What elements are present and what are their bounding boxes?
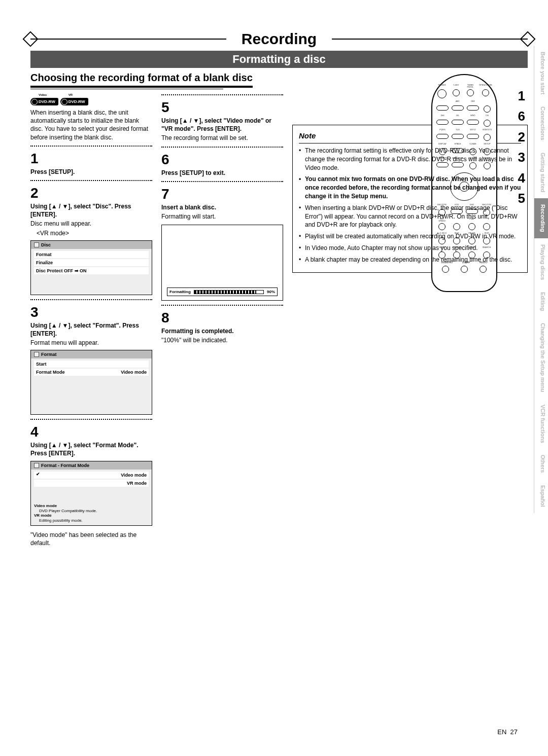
num-4-button[interactable] (436, 120, 449, 125)
lbl-open: OPEN/CLOSE (479, 84, 492, 87)
osd-row-format-mode: Format ModeVideo mode (34, 369, 149, 376)
num-8-button[interactable] (452, 134, 464, 139)
num-7-button[interactable] (436, 134, 449, 139)
note-item-2: You cannot mix two formats on one DVD-RW… (299, 175, 521, 200)
badge-sub-1: Video (39, 93, 47, 96)
step-3-body: Format menu will appear. (30, 339, 152, 347)
tab-vcr-functions[interactable]: VCR functions (534, 399, 548, 449)
step-8-num: 8 (161, 310, 283, 326)
step-2-num: 2 (30, 185, 152, 201)
chapter-title: Recording (226, 30, 332, 48)
num-2-button[interactable] (452, 105, 464, 111)
step-2-body: Disc menu will appear. (30, 220, 152, 228)
step-8-body: "100%" will be indicated. (161, 336, 283, 344)
column-2: 5 Using [▲ / ▼], select "Video mode" or … (161, 94, 283, 547)
tset-button[interactable] (453, 89, 460, 96)
ch-up-button[interactable] (484, 120, 491, 127)
step-2-sub: <VR mode> (30, 229, 152, 237)
section-title: Choosing the recording format of a blank… (30, 72, 253, 84)
badge-dvdrw-video: DVD-RW (30, 98, 58, 105)
num-1-button[interactable] (436, 105, 449, 111)
step-4-head: Using [▲ / ▼], select "Format Mode". Pre… (30, 441, 152, 457)
tab-others[interactable]: Others (534, 449, 548, 479)
step-7-num: 7 (161, 186, 283, 202)
step-3-head: Using [▲ / ▼], select "Format". Press [E… (30, 321, 152, 338)
osd-row-finalize: Finalize (34, 259, 149, 266)
open-button[interactable] (482, 89, 489, 96)
badge-dvdrw-vr: DVD-RW (60, 98, 88, 105)
dubbing-button[interactable] (442, 266, 449, 273)
osd-row-video-mode: Video mode (34, 472, 149, 479)
step-5-num: 5 (161, 99, 283, 116)
step-8-head: Formatting is completed. (161, 327, 283, 335)
tab-connections[interactable]: Connections (534, 100, 548, 147)
power-button[interactable] (437, 89, 447, 98)
audio-button[interactable] (480, 266, 487, 273)
tab-getting-started[interactable]: Getting started (534, 147, 548, 198)
badge-sub-2: VR (68, 93, 73, 96)
num-3-button[interactable] (467, 105, 479, 111)
column-1: Video DVD-RW VR DVD-RW When inserting a … (30, 94, 152, 547)
step-4-tail: "Video mode" has been selected as the de… (30, 531, 152, 547)
disc-icon (34, 463, 39, 468)
disc-icon (34, 352, 39, 357)
rec-ind-button[interactable] (484, 105, 491, 113)
osd-disc-title: Disc (41, 242, 51, 247)
osd-row-format: Format (34, 251, 149, 258)
tab-recording[interactable]: Recording (534, 198, 548, 238)
osd-formatting-screen: Formatting 90% (161, 225, 283, 301)
note-item-4: Playlist will be created automatically w… (299, 232, 521, 241)
osd-row-start: Start (34, 361, 149, 368)
ch-dn-button[interactable] (484, 134, 491, 141)
step-3-num: 3 (30, 304, 152, 320)
step-1-num: 1 (30, 151, 152, 167)
tab-playing-discs[interactable]: Playing discs (534, 238, 548, 286)
page-subtitle: Formatting a disc (30, 51, 528, 68)
note-item-1: The recording format setting is effectiv… (299, 147, 521, 172)
side-tabs: Before you start Connections Getting sta… (534, 46, 548, 513)
lbl-power: POWER (438, 84, 446, 87)
chapter-header: Recording (30, 30, 528, 48)
num-9-button[interactable] (467, 134, 479, 139)
progress-bar (194, 290, 264, 294)
step-7-body: Formatting will start. (161, 212, 283, 221)
osd-format-title: Format (41, 352, 57, 357)
step-1-head: Press [SETUP]. (30, 168, 152, 176)
osd-format-menu: Format Start Format ModeVideo mode (30, 350, 152, 415)
osd-row-vr-mode: VR mode (34, 480, 149, 487)
step-5-head: Using [▲ / ▼], select "Video mode" or "V… (161, 117, 283, 133)
osd-format-mode-menu: Format - Format Mode Video mode VR mode … (30, 461, 152, 526)
note-item-3: When inserting a blank DVD+RW or DVD+R d… (299, 204, 521, 229)
osd-formatmode-title: Format - Format Mode (41, 463, 89, 468)
formatting-label: Formatting (169, 290, 191, 294)
step-6-num: 6 (161, 152, 283, 168)
step-7-head: Insert a blank disc. (161, 203, 283, 211)
intro-text: When inserting a blank disc, the unit au… (30, 109, 152, 141)
lbl-timer: TIMER PROG. (465, 84, 476, 87)
note-item-6: A blank chapter may be created depending… (299, 256, 521, 264)
lbl-tset: T-SET (453, 84, 459, 87)
tab-changing-setup[interactable]: Changing the Setup menu (534, 317, 548, 398)
formatting-pct: 90% (267, 290, 275, 294)
step-5-body: The recording format will be set. (161, 134, 283, 142)
osd-desc: Video mode DVD Player Compatibility mode… (34, 503, 149, 523)
step-4-num: 4 (30, 424, 152, 440)
osd-row-protect: Disc Protect OFF ➡ ON (34, 267, 149, 274)
check-icon (36, 473, 40, 477)
tab-before-you-start[interactable]: Before you start (534, 46, 548, 100)
tab-editing[interactable]: Editing (534, 286, 548, 317)
num-6-button[interactable] (467, 120, 479, 125)
step-6-head: Press [SETUP] to exit. (161, 169, 283, 177)
column-3: POWER T-SET TIMER PROG. OPEN/CLOSE ABCDE… (292, 94, 528, 547)
note-box: Note The recording format setting is eff… (292, 125, 528, 273)
step-2-head: Using [▲ / ▼], select "Disc". Press [ENT… (30, 202, 152, 219)
num-5-button[interactable] (452, 120, 464, 125)
timer-button[interactable] (467, 89, 474, 96)
note-item-5: In Video mode, Auto Chapter may not show… (299, 244, 521, 253)
page-number: EN 27 (497, 728, 518, 736)
zoom-button[interactable] (461, 266, 468, 273)
tab-espanol[interactable]: Español (534, 479, 548, 513)
disc-icon (34, 242, 39, 247)
osd-disc-menu: Disc Format Finalize Disc Protect OFF ➡ … (30, 240, 152, 295)
